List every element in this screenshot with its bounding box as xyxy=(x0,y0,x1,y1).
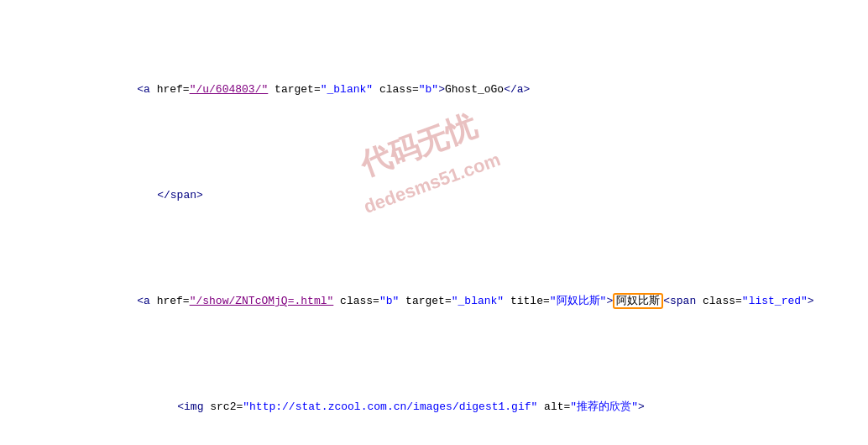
code-line-4: <img src2="http://stat.zcool.com.cn/imag… xyxy=(10,385,858,430)
code-line-2: </span> xyxy=(10,173,858,218)
link-u604803[interactable]: "/u/604803/" xyxy=(190,83,269,96)
highlight-text: 阿奴比斯 xyxy=(613,293,663,309)
code-line-3: <a href="/show/ZNTcOMjQ=.html" class="b"… xyxy=(10,279,858,324)
code-view: <a href="/u/604803/" target="_blank" cla… xyxy=(0,0,868,445)
code-line-1: <a href="/u/604803/" target="_blank" cla… xyxy=(10,67,858,113)
link-show-znc[interactable]: "/show/ZNTcOMjQ=.html" xyxy=(190,295,334,307)
